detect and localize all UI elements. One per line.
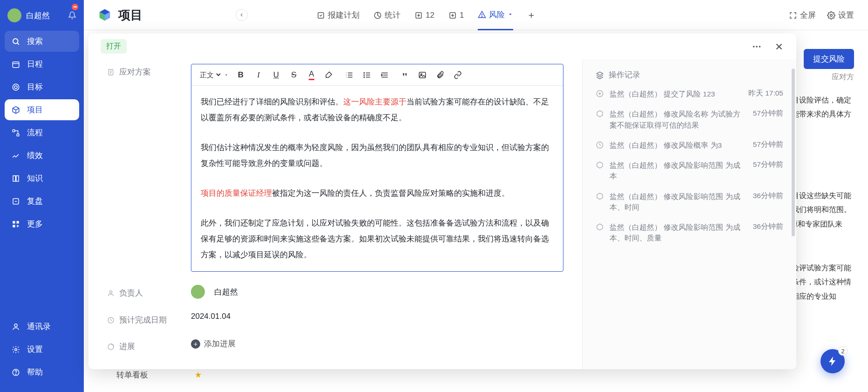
svg-rect-8 (17, 221, 19, 223)
collapse-button[interactable] (236, 9, 248, 21)
italic-button[interactable]: I (251, 67, 266, 83)
add-progress-button[interactable]: + 添加进展 (191, 338, 563, 349)
editor-toolbar: 正文 B I U S A (191, 64, 563, 86)
sidebar-item-performance[interactable]: 绩效 (5, 145, 79, 166)
search-item[interactable]: 搜索 (5, 31, 79, 52)
sidebar-item-more[interactable]: 更多 (5, 213, 79, 234)
tab-count1[interactable]: 1 (448, 0, 464, 30)
sidebar-item-label: 复盘 (27, 196, 43, 206)
progress-icon (107, 343, 115, 351)
attach-button[interactable] (432, 67, 448, 83)
modal-head: 打开 (88, 34, 796, 59)
ol-button[interactable] (341, 67, 357, 83)
svg-point-22 (759, 46, 761, 48)
sidebar-item-label: 设置 (27, 344, 43, 355)
tab-stats[interactable]: 统计 (373, 0, 400, 30)
modal-form: 应对方案 正文 B I U S A (88, 59, 582, 369)
cube-icon (98, 8, 112, 22)
main-header: 项目 报建计划 统计 12 1 风险 全屏 设置 (84, 0, 868, 30)
header-right: 全屏 设置 (789, 0, 854, 30)
field-label-owner: 负责人 (107, 285, 191, 298)
more-icon[interactable] (752, 41, 762, 52)
button-label: 设置 (838, 10, 854, 21)
sidebar-item-calendar[interactable]: 日程 (5, 54, 79, 75)
quote-button[interactable] (397, 67, 413, 83)
chart-icon (11, 151, 20, 160)
history-item: 盐然（白超然） 修改风险影响范围 为成本、时间 36分钟前 (596, 191, 783, 213)
sidebar-item-goals[interactable]: 目标 (5, 76, 79, 97)
underline-button[interactable]: U (268, 67, 284, 83)
sidebar-item-flow[interactable]: 流程 (5, 122, 79, 143)
svg-point-11 (15, 348, 17, 351)
format-select[interactable]: 正文 (197, 69, 222, 81)
fullscreen-button[interactable]: 全屏 (789, 10, 816, 21)
history-item: 盐然（白超然） 修改风险影响范围 为成本 57分钟前 (596, 160, 783, 182)
status-badge: 打开 (101, 39, 127, 54)
chevron-down-icon (224, 73, 229, 77)
avatar (7, 8, 21, 22)
tab-plan[interactable]: 报建计划 (317, 0, 359, 30)
svg-point-13 (15, 374, 16, 374)
history-title: 操作记录 (596, 69, 783, 80)
button-label: 全屏 (800, 10, 816, 21)
strike-button[interactable]: S (286, 67, 302, 83)
avatar (191, 285, 205, 299)
indent-button[interactable] (377, 67, 393, 83)
clock-icon (596, 141, 604, 149)
hex-icon (596, 110, 604, 118)
image-button[interactable] (414, 67, 430, 83)
submit-risk-button[interactable]: 提交风险 (804, 49, 854, 69)
sidebar-item-label: 更多 (27, 219, 43, 229)
svg-point-18 (482, 16, 482, 17)
svg-point-21 (756, 46, 758, 48)
plus-icon: + (191, 339, 200, 349)
rich-editor[interactable]: 正文 B I U S A (191, 64, 563, 272)
sidebar-item-project[interactable]: 项目 (5, 99, 79, 120)
link-button[interactable] (450, 67, 466, 83)
scrollbar[interactable] (792, 69, 795, 236)
user-row[interactable]: 白超然 ••• (0, 0, 84, 31)
sidebar-item-knowledge[interactable]: 知识 (5, 168, 79, 189)
sidebar: 白超然 ••• 搜索 日程 目标 项目 流程 绩效 (0, 0, 84, 392)
doc-icon (107, 69, 115, 76)
owner-value[interactable]: 白超然 (191, 285, 563, 299)
settings-button[interactable]: 设置 (827, 10, 854, 21)
hex-icon (596, 161, 604, 169)
tab-risk[interactable]: 风险 (478, 0, 513, 30)
hex-icon (596, 192, 604, 200)
tab-label: 统计 (385, 10, 400, 21)
tabs: 报建计划 统计 12 1 风险 (317, 0, 536, 30)
chevron-down-icon (508, 12, 513, 17)
history-item: 盐然（白超然） 提交了风险 123 昨天 17:05 (596, 89, 783, 99)
svg-point-10 (14, 324, 17, 327)
svg-point-24 (364, 72, 365, 73)
bgcolor-button[interactable] (321, 67, 337, 83)
textcolor-button[interactable]: A (304, 67, 319, 83)
bold-button[interactable]: B (233, 67, 249, 83)
tab-count12[interactable]: 12 (414, 0, 434, 30)
sidebar-item-contacts[interactable]: 通讯录 (5, 316, 79, 337)
sidebar-item-label: 日程 (27, 59, 43, 69)
notification-badge: ••• (71, 3, 79, 11)
editor-content[interactable]: 我们已经进行了详细的风险识别和评估。这一风险主要源于当前试验方案可能存在的设计缺… (191, 86, 563, 271)
due-value[interactable]: 2024.01.04 (191, 312, 563, 321)
tab-add[interactable] (527, 0, 536, 30)
svg-rect-1 (13, 62, 19, 67)
svg-point-19 (830, 14, 833, 16)
flow-icon (11, 128, 20, 138)
ul-button[interactable] (359, 67, 375, 83)
svg-point-0 (13, 39, 18, 44)
bell-icon[interactable] (68, 11, 76, 20)
tab-label: 1 (460, 11, 464, 20)
svg-point-29 (109, 290, 112, 293)
board-label: 转单看板 (116, 370, 148, 380)
sidebar-item-review[interactable]: 复盘 (5, 191, 79, 212)
sidebar-item-label: 项目 (27, 104, 43, 115)
field-label-progress: 进展 (107, 338, 191, 352)
hex-icon (596, 223, 604, 231)
svg-point-26 (364, 76, 365, 77)
star-icon[interactable]: ★ (195, 370, 202, 380)
close-icon[interactable] (774, 41, 784, 52)
sidebar-item-settings[interactable]: 设置 (5, 339, 79, 360)
sidebar-item-help[interactable]: 帮助 (5, 362, 79, 383)
